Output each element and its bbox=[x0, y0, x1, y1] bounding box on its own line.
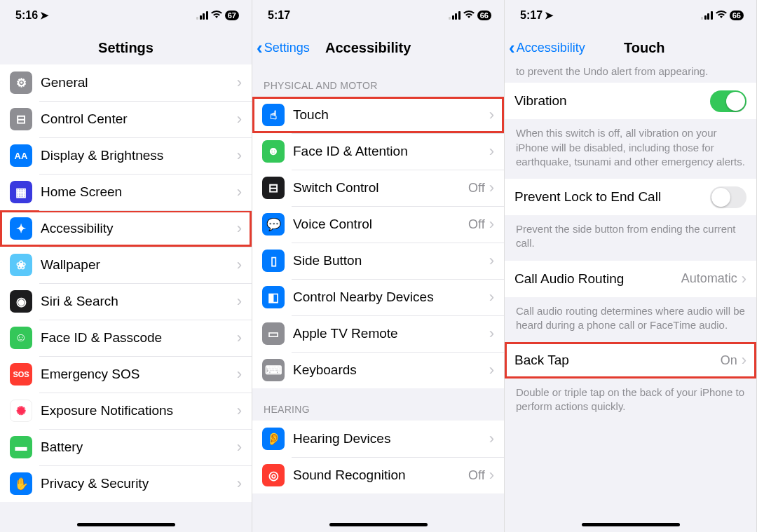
chevron-right-icon: › bbox=[237, 110, 242, 128]
row-label: General bbox=[41, 75, 237, 90]
touch-row-prevent-lock[interactable]: Prevent Lock to End Call bbox=[505, 179, 756, 215]
row-label: Control Center bbox=[41, 111, 237, 127]
home-indicator[interactable] bbox=[77, 523, 175, 526]
footer-text-partial: to prevent the Undo alert from appearing… bbox=[505, 64, 756, 83]
settings-row-exposure-notifications[interactable]: ✺ Exposure Notifications › bbox=[0, 393, 252, 429]
settings-row-emergency-sos[interactable]: SOS Emergency SOS › bbox=[0, 356, 252, 393]
touch-row-call-audio-routing[interactable]: Call Audio Routing Automatic › bbox=[505, 261, 756, 297]
status-time: 5:17 bbox=[520, 9, 543, 22]
back-tap-footer: Double or triple tap on the back of your… bbox=[505, 378, 756, 424]
row-value: Off bbox=[468, 181, 485, 196]
battery-row-icon: ▬ bbox=[10, 436, 32, 458]
accessibility-row-voice-control[interactable]: 💬 Voice Control Off › bbox=[252, 206, 504, 243]
faceid-icon: ☺ bbox=[10, 327, 32, 349]
row-label: Control Nearby Devices bbox=[293, 289, 489, 305]
faceid-icon: ☻ bbox=[262, 140, 285, 163]
nav-bar: ‹ Settings Accessibility bbox=[252, 31, 504, 64]
row-label: Hearing Devices bbox=[293, 431, 489, 446]
chevron-right-icon: › bbox=[489, 466, 494, 484]
back-button[interactable]: ‹ Accessibility bbox=[509, 31, 585, 64]
accessibility-row-keyboards[interactable]: ⌨︎ Keyboards › bbox=[252, 352, 504, 388]
row-label: Switch Control bbox=[293, 180, 468, 196]
row-label: Prevent Lock to End Call bbox=[514, 189, 710, 205]
back-button[interactable]: ‹ Settings bbox=[257, 31, 310, 64]
status-bar: 5:16 ➤ 67 bbox=[0, 0, 252, 31]
touch-icon: ☝︎ bbox=[262, 104, 285, 126]
row-label: Touch bbox=[293, 107, 489, 123]
accessibility-icon: ✦ bbox=[10, 217, 32, 240]
sos-icon: SOS bbox=[10, 363, 32, 386]
settings-list: ⚙︎ General › ⊟ Control Center › AA Displ… bbox=[0, 64, 252, 502]
exposure-icon: ✺ bbox=[10, 400, 32, 422]
accessibility-row-touch[interactable]: ☝︎ Touch › bbox=[252, 97, 504, 133]
accessibility-row-apple-tv-remote[interactable]: ▭ Apple TV Remote › bbox=[252, 315, 504, 352]
chevron-right-icon: › bbox=[237, 74, 242, 92]
settings-row-control-center[interactable]: ⊟ Control Center › bbox=[0, 101, 252, 137]
nav-bar: ‹ Accessibility Touch bbox=[505, 31, 756, 64]
touch-row-back-tap[interactable]: Back Tap On › bbox=[505, 342, 756, 378]
status-time: 5:17 bbox=[268, 9, 290, 22]
accessibility-panel: 5:17 66 ‹ Settings Accessibility PHYSICA… bbox=[252, 0, 505, 532]
row-value: Off bbox=[468, 468, 485, 483]
nav-bar: Settings bbox=[0, 31, 252, 64]
row-label: Exposure Notifications bbox=[41, 403, 237, 418]
hearing-group: 👂 Hearing Devices › ◎ Sound Recognition … bbox=[252, 421, 504, 493]
chevron-right-icon: › bbox=[742, 270, 746, 288]
settings-row-faceid-passcode[interactable]: ☺ Face ID & Passcode › bbox=[0, 320, 252, 356]
settings-row-display-brightness[interactable]: AA Display & Brightness › bbox=[0, 137, 252, 174]
flower-icon: ❀ bbox=[10, 254, 32, 276]
accessibility-row-faceid-attention[interactable]: ☻ Face ID & Attention › bbox=[252, 133, 504, 170]
gear-icon: ⚙︎ bbox=[10, 71, 32, 94]
home-indicator[interactable] bbox=[329, 523, 428, 526]
chevron-left-icon: ‹ bbox=[257, 37, 263, 59]
settings-row-wallpaper[interactable]: ❀ Wallpaper › bbox=[0, 247, 252, 283]
vibration-toggle[interactable] bbox=[710, 90, 746, 112]
wifi-icon bbox=[463, 10, 475, 21]
chevron-right-icon: › bbox=[237, 183, 242, 201]
physical-motor-group: ☝︎ Touch › ☻ Face ID & Attention › ⊟ Swi… bbox=[252, 97, 504, 388]
settings-row-privacy-security[interactable]: ✋ Privacy & Security › bbox=[0, 465, 252, 502]
chevron-right-icon: › bbox=[237, 256, 242, 274]
sound-recognition-icon: ◎ bbox=[262, 464, 285, 486]
chevron-right-icon: › bbox=[489, 288, 494, 306]
chevron-right-icon: › bbox=[489, 361, 494, 379]
row-label: Back Tap bbox=[514, 353, 721, 368]
chevron-right-icon: › bbox=[237, 292, 242, 311]
back-tap-group: Back Tap On › bbox=[505, 342, 756, 378]
touch-row-vibration[interactable]: Vibration bbox=[505, 83, 756, 119]
wifi-icon bbox=[211, 10, 222, 21]
row-label: Voice Control bbox=[293, 217, 468, 232]
apple-tv-remote-icon: ▭ bbox=[262, 322, 285, 345]
settings-row-siri-search[interactable]: ◉ Siri & Search › bbox=[0, 283, 252, 320]
chevron-right-icon: › bbox=[237, 365, 242, 383]
row-label: Vibration bbox=[514, 93, 710, 109]
home-indicator[interactable] bbox=[582, 523, 680, 526]
row-label: Display & Brightness bbox=[41, 148, 237, 163]
row-label: Home Screen bbox=[41, 184, 237, 200]
accessibility-row-switch-control[interactable]: ⊟ Switch Control Off › bbox=[252, 170, 504, 206]
chevron-right-icon: › bbox=[489, 179, 494, 197]
chevron-right-icon: › bbox=[489, 106, 494, 124]
chevron-right-icon: › bbox=[237, 475, 242, 493]
siri-icon: ◉ bbox=[10, 290, 32, 313]
settings-row-general[interactable]: ⚙︎ General › bbox=[0, 64, 252, 101]
settings-row-home-screen[interactable]: ▦ Home Screen › bbox=[0, 174, 252, 210]
row-label: Siri & Search bbox=[41, 294, 237, 309]
row-label: Face ID & Passcode bbox=[41, 330, 237, 346]
call-audio-footer: Call audio routing determines where audi… bbox=[505, 297, 756, 343]
prevent-lock-toggle[interactable] bbox=[710, 186, 746, 208]
accessibility-row-sound-recognition[interactable]: ◎ Sound Recognition Off › bbox=[252, 457, 504, 493]
accessibility-row-side-button[interactable]: ▯ Side Button › bbox=[252, 243, 504, 279]
chevron-right-icon: › bbox=[489, 142, 494, 161]
accessibility-row-nearby-devices[interactable]: ◧ Control Nearby Devices › bbox=[252, 279, 504, 315]
row-label: Face ID & Attention bbox=[293, 144, 489, 159]
chevron-right-icon: › bbox=[237, 438, 242, 456]
settings-row-battery[interactable]: ▬ Battery › bbox=[0, 429, 252, 465]
wifi-icon bbox=[716, 10, 727, 21]
accessibility-row-hearing-devices[interactable]: 👂 Hearing Devices › bbox=[252, 421, 504, 457]
row-label: Apple TV Remote bbox=[293, 326, 489, 341]
battery-icon: 66 bbox=[730, 11, 744, 20]
settings-row-accessibility[interactable]: ✦ Accessibility › bbox=[0, 210, 252, 247]
status-bar: 5:17 ➤ 66 bbox=[505, 0, 756, 31]
row-label: Call Audio Routing bbox=[514, 271, 681, 287]
